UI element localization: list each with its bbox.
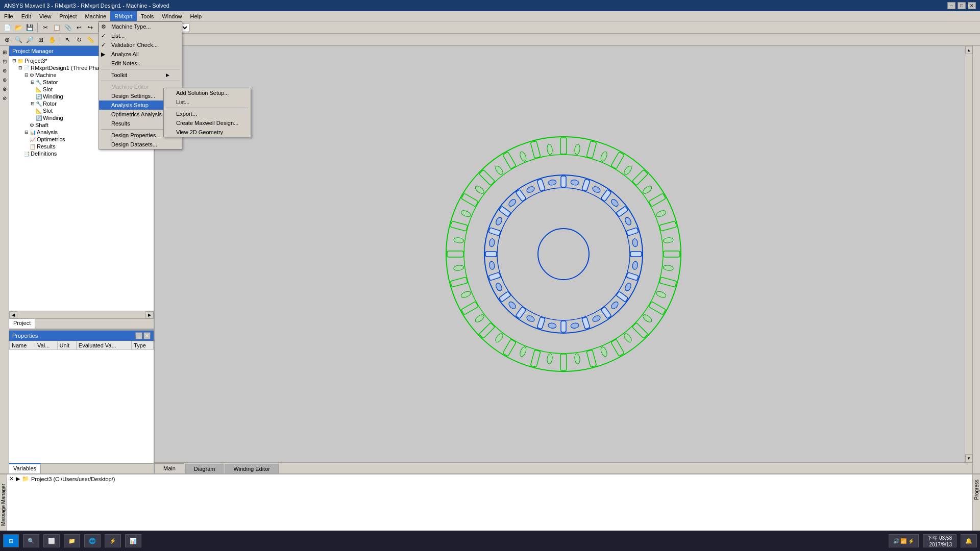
pan-icon[interactable]: ✋ [47, 35, 57, 45]
copy-icon[interactable]: 📋 [52, 22, 62, 33]
minimize-button[interactable]: ─ [947, 2, 955, 9]
menu-rmxprt[interactable]: RMxprt [110, 11, 136, 21]
svg-rect-25 [530, 141, 541, 158]
tree-definitions[interactable]: 📑 Definitions [22, 150, 153, 157]
fit-icon[interactable]: ⊞ [36, 35, 46, 45]
canvas-tab-winding[interactable]: Winding Editor [225, 464, 279, 473]
maximize-button[interactable]: □ [958, 2, 966, 9]
taskbar-maxwell[interactable]: 📊 [125, 534, 141, 547]
icon-rotor-slot: 📐 [36, 108, 42, 114]
menu-view-2d[interactable]: View 2D Geometry [164, 128, 251, 137]
menu-solution-list[interactable]: List... [164, 97, 251, 107]
props-close[interactable]: ✕ [143, 332, 151, 339]
svg-point-57 [571, 322, 579, 329]
taskbar-tray[interactable]: 🔊 📶 ⚡ [889, 534, 919, 547]
taskbar-chrome[interactable]: 🌐 [84, 534, 101, 547]
label-machine: Machine [35, 72, 57, 78]
taskbar-clock: 下午 03:582017/9/13 [923, 534, 957, 547]
menu-design-datasets[interactable]: Design Datasets... [99, 140, 182, 149]
menu-edit-notes[interactable]: Edit Notes... [99, 59, 182, 68]
taskbar-notification[interactable]: 🔔 [961, 534, 977, 547]
message-panel: ✕ ▶ 📁 Project3 (C:/Users/user/Desktop/) [7, 474, 972, 535]
expand-project3[interactable]: ⊟ [11, 58, 17, 64]
expand-machine[interactable]: ⊟ [23, 72, 30, 78]
measure-icon[interactable]: 📏 [85, 35, 95, 45]
right-scroll-panel[interactable] [972, 46, 980, 473]
expand-stator[interactable]: ⊟ [30, 79, 36, 85]
taskbar-task-view[interactable]: ⬜ [43, 534, 60, 547]
side-icon-3[interactable]: ⊛ [1, 66, 9, 74]
menu-help[interactable]: Help [186, 11, 206, 21]
col-value: Val... [35, 341, 57, 350]
menu-analyze-all[interactable]: ▶ Analyze All [99, 49, 182, 59]
icon-rmxprt: 📄 [23, 65, 30, 71]
expand-analysis[interactable]: ⊟ [23, 129, 30, 135]
pm-tab-project[interactable]: Project [9, 319, 35, 329]
svg-point-54 [624, 282, 632, 292]
menu-window[interactable]: Window [158, 11, 186, 21]
menu-machine[interactable]: Machine [81, 11, 111, 21]
side-icon-2[interactable]: ⊡ [1, 57, 9, 65]
select-icon[interactable]: ↖ [63, 35, 73, 45]
taskbar-file-explorer[interactable]: 📁 [64, 534, 80, 547]
svg-point-56 [592, 314, 601, 322]
save-icon[interactable]: 💾 [24, 22, 35, 33]
label-rotor-winding: Winding [43, 115, 63, 121]
svg-rect-15 [530, 350, 541, 367]
undo-icon[interactable]: ↩ [74, 22, 84, 33]
side-icon-6[interactable]: ⊘ [1, 94, 9, 102]
side-icon-5[interactable]: ⊗ [1, 85, 9, 93]
taskbar-ansys[interactable]: ⚡ [105, 534, 121, 547]
menu-toolkit[interactable]: Toolkit ▶ [99, 70, 182, 80]
menu-tools[interactable]: Tools [137, 11, 158, 21]
cut-icon[interactable]: ✂ [40, 22, 51, 33]
canvas-tab-main[interactable]: Main [155, 463, 184, 473]
snap-icon[interactable]: ⊕ [2, 35, 12, 45]
expand-rmxprt[interactable]: ⊟ [17, 65, 23, 71]
menu-project[interactable]: Project [55, 11, 81, 21]
side-icon-1[interactable]: ⊞ [1, 48, 9, 56]
new-icon[interactable]: 📄 [2, 22, 12, 33]
menu-export[interactable]: Export... [164, 109, 251, 118]
svg-rect-13 [586, 350, 597, 367]
close-msg-btn[interactable]: ✕ [9, 475, 14, 482]
svg-rect-16 [503, 339, 516, 357]
close-button[interactable]: ✕ [968, 2, 976, 9]
redo-icon[interactable]: ↪ [85, 22, 95, 33]
zoom-out-icon[interactable]: 🔎 [24, 35, 35, 45]
menu-validation-check[interactable]: ✓ Validation Check... [99, 40, 182, 49]
menu-edit[interactable]: Edit [17, 11, 35, 21]
svg-rect-32 [626, 228, 639, 236]
menu-file[interactable]: File [0, 11, 17, 21]
menu-view[interactable]: View [35, 11, 56, 21]
taskbar-search[interactable]: 🔍 [23, 534, 39, 547]
svg-point-75 [655, 290, 667, 299]
menu-list[interactable]: ✓ List... [99, 31, 182, 40]
menu-create-maxwell[interactable]: Create Maxwell Design... [164, 118, 251, 128]
zoom-in-icon[interactable]: 🔍 [13, 35, 23, 45]
canvas-tab-diagram[interactable]: Diagram [185, 464, 224, 473]
rotate-icon[interactable]: ↻ [74, 35, 84, 45]
title-bar: ANSYS Maxwell 3 - RMxprt3 - RMxprt Desig… [0, 0, 980, 11]
canvas-vscroll[interactable]: ▲ ▼ [965, 46, 972, 462]
analyze-icon: ▶ [101, 51, 105, 58]
svg-point-59 [526, 314, 535, 322]
open-icon[interactable]: 📂 [13, 22, 23, 33]
tree-scrollbar[interactable]: ◀ ▶ [9, 311, 154, 318]
props-tab-variables[interactable]: Variables [9, 463, 41, 473]
menu-add-solution-setup[interactable]: Add Solution Setup... [164, 88, 251, 97]
design-canvas[interactable]: ▲ ▼ [155, 46, 972, 462]
props-minimize[interactable]: ─ [135, 332, 142, 339]
paste-icon[interactable]: 📎 [63, 22, 73, 33]
expand-rotor[interactable]: ⊟ [30, 101, 36, 107]
svg-point-85 [453, 265, 464, 271]
expand-msg-btn[interactable]: ▶ [16, 475, 20, 482]
progress-label: Progress [974, 480, 979, 500]
analysis-setup-submenu: Add Solution Setup... List... Export... … [163, 88, 251, 137]
svg-point-69 [600, 151, 608, 162]
side-icon-4[interactable]: ⊕ [1, 76, 9, 84]
menu-machine-type[interactable]: ⚙ Machine Type... [99, 22, 182, 31]
taskbar-start[interactable]: ⊞ [3, 534, 19, 547]
title-bar-controls: ─ □ ✕ [947, 2, 976, 9]
svg-point-63 [489, 238, 495, 247]
